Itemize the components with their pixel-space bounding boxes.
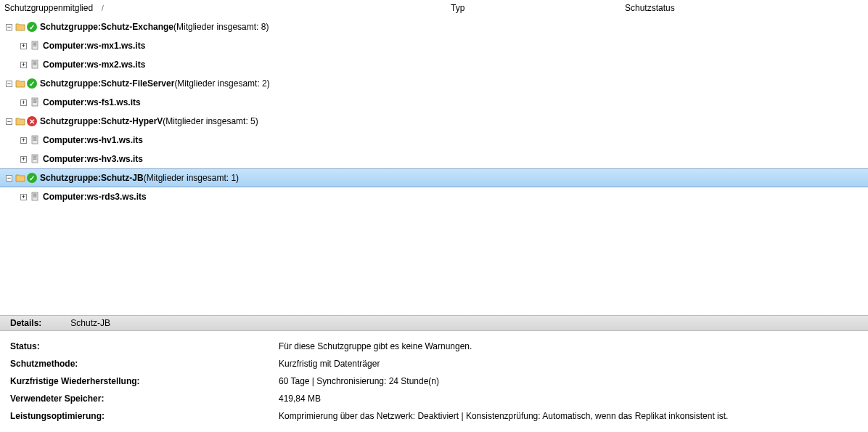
group-prefix: Schutzgruppe: (40, 173, 101, 183)
expand-toggle-icon[interactable]: − (6, 118, 12, 125)
computer-prefix: Computer: (43, 192, 87, 202)
svg-rect-1 (33, 43, 37, 44)
detail-value: 419,84 MB (279, 394, 858, 404)
computer-prefix: Computer: (43, 41, 87, 51)
svg-rect-13 (33, 137, 37, 138)
computer-prefix: Computer: (43, 60, 87, 70)
protection-group-row[interactable]: −✕Schutzgruppe: Schutz-HyperV (Mitgliede… (0, 112, 868, 131)
folder-icon (15, 23, 25, 31)
computer-icon (30, 41, 40, 51)
status-ok-icon: ✓ (27, 173, 37, 183)
details-body: Status:Für diese Schutzgruppe gibt es ke… (0, 331, 868, 432)
expand-toggle-icon[interactable]: + (20, 43, 27, 49)
detail-label: Kurzfristige Wiederherstellung: (10, 376, 279, 386)
computer-row[interactable]: +Computer: ws-mx1.ws.its (0, 36, 868, 55)
column-header-status[interactable]: Schutzstatus (625, 3, 770, 13)
expand-toggle-icon[interactable]: + (20, 62, 27, 68)
group-name: Schutz-Exchange (101, 22, 173, 32)
detail-value: Kurzfristig mit Datenträger (279, 359, 858, 369)
details-header-label: Details: (10, 318, 41, 328)
status-ok-icon: ✓ (27, 22, 37, 32)
protection-group-row[interactable]: −✓Schutzgruppe: Schutz-FileServer (Mitgl… (0, 74, 868, 93)
protection-group-row[interactable]: −✓Schutzgruppe: Schutz-Exchange (Mitglie… (0, 17, 868, 36)
group-member-count: (Mitglieder insgesamt: 5) (163, 116, 258, 126)
detail-label: Schutzmethode: (10, 359, 279, 369)
status-error-icon: ✕ (27, 116, 37, 126)
computer-row[interactable]: +Computer: ws-mx2.ws.its (0, 55, 868, 74)
computer-icon (30, 60, 40, 70)
expand-toggle-icon[interactable]: + (20, 137, 27, 144)
computer-icon (30, 97, 40, 107)
svg-rect-21 (33, 194, 37, 195)
svg-rect-15 (33, 140, 37, 141)
svg-rect-7 (33, 65, 37, 65)
computer-name: ws-mx2.ws.its (87, 60, 146, 70)
folder-icon (15, 79, 25, 88)
computer-prefix: Computer: (43, 135, 87, 145)
svg-rect-22 (33, 195, 37, 196)
expand-toggle-icon[interactable]: + (20, 99, 27, 106)
expand-toggle-icon[interactable]: − (6, 175, 12, 182)
column-header-member[interactable]: Schutzgruppenmitglied / (4, 3, 451, 13)
protection-group-tree: −✓Schutzgruppe: Schutz-Exchange (Mitglie… (0, 17, 868, 206)
computer-icon (30, 135, 40, 145)
group-member-count: (Mitglieder insgesamt: 2) (174, 78, 269, 89)
svg-rect-9 (33, 99, 37, 100)
protection-group-row[interactable]: −✓Schutzgruppe: Schutz-JB (Mitglieder in… (0, 168, 868, 187)
computer-icon (30, 192, 40, 202)
computer-name: ws-hv1.ws.its (87, 135, 143, 145)
svg-rect-17 (33, 156, 37, 157)
column-label: Schutzgruppenmitglied (4, 3, 93, 13)
computer-icon (30, 154, 40, 164)
column-label: Schutzstatus (625, 3, 675, 13)
svg-rect-3 (33, 46, 37, 46)
detail-row: Schutzmethode:Kurzfristig mit Datenträge… (10, 359, 858, 369)
svg-rect-2 (33, 44, 37, 45)
column-label: Typ (451, 3, 464, 13)
group-member-count: (Mitglieder insgesamt: 1) (144, 173, 239, 183)
svg-rect-14 (33, 139, 37, 139)
computer-row[interactable]: +Computer: ws-hv3.ws.its (0, 150, 868, 168)
details-panel: Details: Schutz-JB Status:Für diese Schu… (0, 315, 868, 432)
expand-toggle-icon[interactable]: − (6, 81, 12, 87)
computer-prefix: Computer: (43, 97, 87, 107)
detail-row: Status:Für diese Schutzgruppe gibt es ke… (10, 341, 858, 351)
detail-value: Für diese Schutzgruppe gibt es keine War… (279, 341, 858, 351)
detail-value: 60 Tage | Synchronisierung: 24 Stunde(n) (279, 376, 858, 386)
group-name: Schutz-HyperV (101, 116, 163, 126)
detail-label: Leistungsoptimierung: (10, 411, 279, 421)
group-member-count: (Mitglieder insgesamt: 8) (173, 22, 269, 32)
svg-rect-5 (33, 62, 37, 62)
detail-row: Kurzfristige Wiederherstellung:60 Tage |… (10, 376, 858, 386)
svg-rect-11 (33, 102, 37, 103)
svg-rect-18 (33, 158, 37, 158)
computer-row[interactable]: +Computer: ws-fs1.ws.its (0, 93, 868, 112)
computer-name: ws-fs1.ws.its (87, 97, 141, 107)
details-header-name: Schutz-JB (70, 318, 110, 328)
group-name: Schutz-FileServer (101, 78, 174, 89)
detail-value: Komprimierung über das Netzwerk: Deaktiv… (279, 411, 858, 421)
computer-row[interactable]: +Computer: ws-rds3.ws.its (0, 187, 868, 206)
detail-row: Verwendeter Speicher:419,84 MB (10, 394, 858, 404)
computer-name: ws-rds3.ws.its (87, 192, 147, 202)
computer-name: ws-mx1.ws.its (87, 41, 146, 51)
detail-label: Verwendeter Speicher: (10, 394, 279, 404)
group-prefix: Schutzgruppe: (40, 116, 101, 126)
group-name: Schutz-JB (101, 173, 144, 183)
svg-rect-19 (33, 159, 37, 160)
expand-toggle-icon[interactable]: − (6, 24, 12, 30)
computer-row[interactable]: +Computer: ws-hv1.ws.its (0, 131, 868, 150)
computer-name: ws-hv3.ws.its (87, 154, 143, 164)
details-header: Details: Schutz-JB (0, 315, 868, 331)
svg-rect-6 (33, 63, 37, 64)
folder-icon (15, 117, 25, 126)
sort-indicator-icon: / (102, 4, 104, 12)
status-ok-icon: ✓ (27, 78, 37, 89)
column-header-type[interactable]: Typ (451, 3, 625, 13)
expand-toggle-icon[interactable]: + (20, 194, 27, 200)
detail-row: Leistungsoptimierung:Komprimierung über … (10, 411, 858, 421)
svg-rect-10 (33, 101, 37, 102)
expand-toggle-icon[interactable]: + (20, 156, 27, 163)
computer-prefix: Computer: (43, 154, 87, 164)
group-prefix: Schutzgruppe: (40, 78, 101, 89)
